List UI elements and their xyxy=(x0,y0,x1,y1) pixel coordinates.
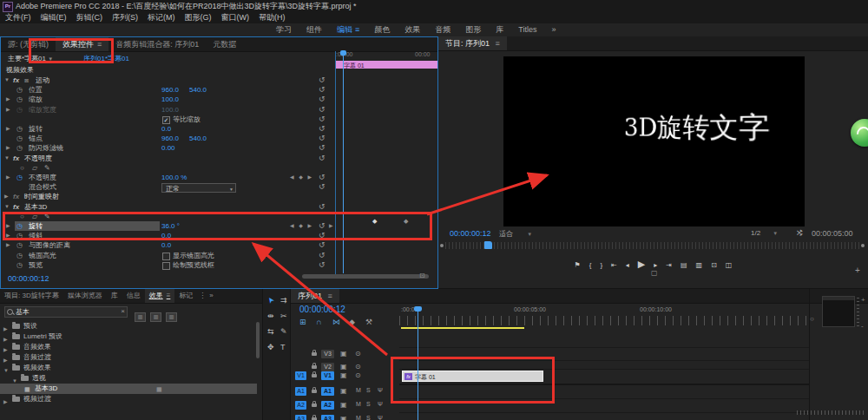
reset-view-icon[interactable]: ○ xyxy=(810,315,814,323)
workspace-tab-5[interactable]: 音频 xyxy=(435,23,450,36)
keyframe-nav[interactable]: ◀ ◆ ▶ xyxy=(290,221,313,231)
stopwatch-icon[interactable]: ◷ xyxy=(16,143,23,153)
track-lock-icon[interactable] xyxy=(312,365,317,369)
twirl-icon[interactable]: ▼ xyxy=(4,154,10,163)
stopwatch-icon[interactable]: ◷ xyxy=(16,251,23,260)
effect-row-倾斜[interactable]: ▶◷倾斜0.0↺ xyxy=(1,231,334,240)
program-scrubber[interactable] xyxy=(445,242,860,249)
toggle-effects-icon[interactable]: ⊡ xyxy=(419,272,425,279)
menu-item-0[interactable]: 文件(F) xyxy=(5,12,31,23)
checkbox[interactable]: ✓ xyxy=(162,116,170,124)
program-playhead-marker[interactable] xyxy=(484,241,492,249)
panel-menu-icon[interactable]: ≡ xyxy=(167,292,171,299)
track-target-V3[interactable]: V3 xyxy=(321,350,334,358)
workspace-tab-8[interactable]: Titles xyxy=(518,23,536,36)
effect-timeline-playhead-handle[interactable] xyxy=(340,50,346,56)
audio-track-header-A3[interactable]: A3A3▣MSΨ xyxy=(291,413,398,420)
twirl-icon[interactable]: ▶ xyxy=(6,95,10,104)
stopwatch-icon[interactable]: ◷ xyxy=(16,124,23,134)
ellipse-mask-icon[interactable]: ○ xyxy=(20,163,24,173)
tree-item-视频效果[interactable]: ▼视频效果 xyxy=(0,363,257,373)
stopwatch-icon[interactable]: ◷ xyxy=(16,221,23,231)
sync-lock-icon[interactable]: ▣ xyxy=(340,350,347,358)
effect-row-缩放[interactable]: ▶◷缩放100.0↺ xyxy=(1,95,334,104)
effects-tree-scrollbar[interactable] xyxy=(256,322,260,358)
voiceover-mic-icon[interactable]: Ψ xyxy=(378,401,383,407)
effect-timeline-playhead[interactable] xyxy=(343,51,344,273)
zoom-in-icon[interactable]: + xyxy=(861,296,865,304)
twirl-icon[interactable]: ▶ xyxy=(6,124,10,134)
tree-item-透视[interactable]: ▼透视 xyxy=(0,373,257,384)
mute-button[interactable]: M xyxy=(356,387,361,393)
stopwatch-icon[interactable]: ◷ xyxy=(16,95,23,104)
source-patch-A1[interactable]: A1 xyxy=(295,387,306,396)
selection-tool[interactable]: ➤ xyxy=(266,295,277,305)
reset-parameter-icon[interactable]: ↺ xyxy=(319,134,326,143)
track-target-A3[interactable]: A3 xyxy=(321,415,334,420)
workspace-tab-7[interactable]: 库 xyxy=(496,23,503,36)
effect-controls-timecode[interactable]: 00:00:00:12 xyxy=(8,274,49,283)
sync-lock-icon[interactable]: ▣ xyxy=(340,401,347,409)
program-video-preview[interactable]: 3D旋转文字 xyxy=(503,56,805,226)
workspace-tab-2[interactable]: 编辑≡ xyxy=(337,23,359,36)
effect-timeline-clip-bar[interactable]: 字幕 01 xyxy=(336,61,437,69)
mark-in-icon[interactable]: { xyxy=(589,261,592,269)
reset-parameter-icon[interactable]: ↺ xyxy=(319,231,326,240)
panel-overflow-icon[interactable]: » xyxy=(207,289,214,303)
master-clip-selector[interactable]: 主要*字幕01 ▼ xyxy=(8,54,53,63)
effect-row-时间重映射[interactable]: ▶fx时间重映射 xyxy=(1,192,334,201)
mute-button[interactable]: M xyxy=(356,401,361,407)
step-back-icon[interactable]: ◂ xyxy=(626,261,629,269)
menu-item-1[interactable]: 编辑(E) xyxy=(41,12,67,23)
menu-item-3[interactable]: 序列(S) xyxy=(112,12,138,23)
go-to-in-icon[interactable]: ⇤ xyxy=(611,261,617,269)
twirl-icon[interactable]: ▶ xyxy=(6,231,10,240)
effect-row-运动[interactable]: ▼fx⧈运动↺ xyxy=(1,75,334,85)
tree-item-视频过渡[interactable]: ▶视频过渡 xyxy=(0,394,257,404)
polygon-mask-icon[interactable]: ▱ xyxy=(32,212,37,221)
reset-parameter-icon[interactable]: ↺ xyxy=(319,221,326,231)
reset-parameter-icon[interactable]: ↺ xyxy=(319,115,326,124)
mark-out-icon[interactable]: } xyxy=(600,261,602,269)
effect-timeline-divider[interactable] xyxy=(335,51,336,277)
video-track-header-V1[interactable]: V1V1▣⊙ xyxy=(291,370,398,382)
track-target-V1[interactable]: V1 xyxy=(321,371,334,380)
checkbox[interactable] xyxy=(162,262,170,270)
track-lock-icon[interactable] xyxy=(312,374,317,377)
effect-row-防闪烁滤镜[interactable]: ▶◷防闪烁滤镜0.00↺ xyxy=(1,143,334,153)
track-output-eye-icon[interactable]: ⊙ xyxy=(355,350,361,358)
twirl-icon[interactable]: ▶ xyxy=(6,105,10,115)
export-frame-icon[interactable]: ⊡ xyxy=(711,261,717,269)
twirl-icon[interactable]: ▶ xyxy=(6,221,10,231)
param-value[interactable]: 0.0 xyxy=(161,231,171,240)
program-timecode[interactable]: 00:00:00:12 xyxy=(450,229,491,238)
reset-parameter-icon[interactable]: ↺ xyxy=(319,105,326,115)
effects-search-box[interactable]: × xyxy=(4,306,128,318)
effect-row-位置[interactable]: ◷位置960.0540.0↺ xyxy=(1,85,334,95)
pen-mask-icon[interactable]: ✎ xyxy=(44,212,50,221)
workspace-tab-4[interactable]: 效果 xyxy=(404,23,420,36)
workspace-tab-1[interactable]: 组件 xyxy=(306,23,322,36)
show-keyframes-icon[interactable]: ▶ xyxy=(329,221,333,231)
tab-ecp-2[interactable]: 音频剪辑混合器: 序列01 xyxy=(108,37,206,51)
timeline-clip-subtitle01[interactable]: fx 字幕 01 xyxy=(402,371,543,382)
audio-track-header-A2[interactable]: A2A2▣MSΨ xyxy=(291,399,398,411)
effect-row-等比缩放[interactable]: ✓等比缩放↺ xyxy=(1,115,334,124)
reset-parameter-icon[interactable]: ↺ xyxy=(319,85,326,95)
add-button[interactable]: + xyxy=(855,266,860,275)
reset-parameter-icon[interactable]: ↺ xyxy=(319,143,326,153)
menu-item-4[interactable]: 标记(M) xyxy=(148,12,175,23)
stopwatch-icon[interactable]: ◷ xyxy=(16,231,23,240)
effect-row-旋转[interactable]: ▶◷旋转36.0 °◀ ◆ ▶↺▶ xyxy=(1,221,334,231)
param-value[interactable]: 36.0 ° xyxy=(161,221,180,231)
twirl-icon[interactable]: ▼ xyxy=(4,75,10,85)
track-lock-icon[interactable] xyxy=(312,390,317,393)
pen-tool[interactable]: ✎ xyxy=(280,327,287,336)
extract-icon[interactable]: ▥ xyxy=(696,261,703,269)
menu-item-7[interactable]: 帮助(H) xyxy=(259,12,286,23)
effect-row-预览[interactable]: ◷预览绘制预览线框↺ xyxy=(1,260,334,270)
effect-row-缩放宽度[interactable]: ▶◷缩放宽度100.0↺ xyxy=(1,105,334,115)
comparison-view-icon[interactable]: ◫ xyxy=(726,261,733,269)
pen-mask-icon[interactable]: ✎ xyxy=(44,163,50,173)
stopwatch-icon[interactable]: ◷ xyxy=(16,173,23,182)
